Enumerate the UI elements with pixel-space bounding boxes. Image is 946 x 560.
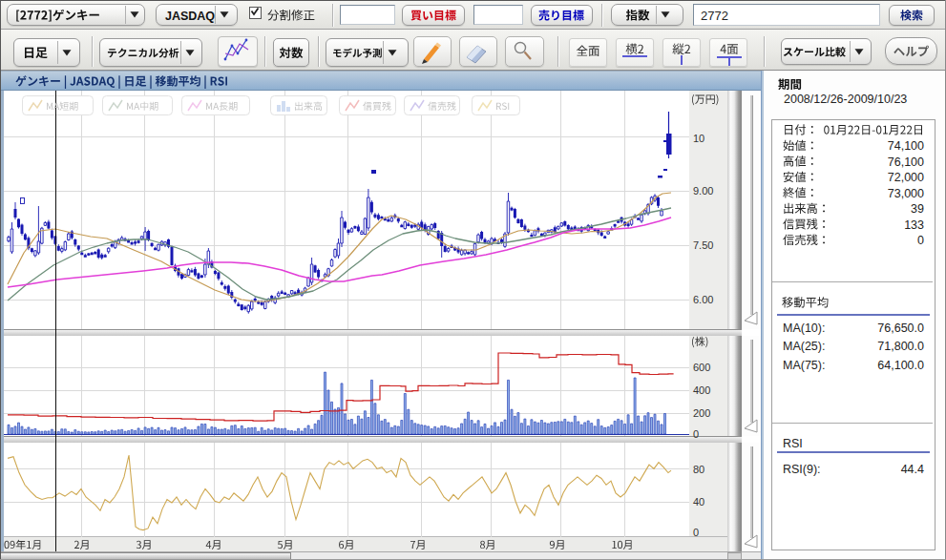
svg-text:74,100: 74,100 [888, 139, 924, 153]
svg-text:200: 200 [693, 407, 710, 419]
svg-text:39: 39 [911, 202, 924, 216]
svg-text:0: 0 [917, 234, 924, 247]
svg-text:76,100: 76,100 [888, 156, 924, 169]
svg-text:44.4: 44.4 [901, 463, 924, 476]
svg-text:40: 40 [693, 496, 704, 508]
svg-text:0: 0 [693, 527, 699, 538]
svg-text:10: 10 [693, 133, 704, 144]
svg-text:9.00: 9.00 [693, 185, 713, 197]
svg-text:RSI(9):: RSI(9): [783, 463, 821, 476]
svg-text:MA(75):: MA(75): [783, 359, 825, 372]
svg-text:80: 80 [693, 464, 704, 475]
svg-text:MA(10):: MA(10): [783, 321, 825, 335]
svg-text:7.50: 7.50 [693, 239, 713, 251]
svg-text:MA(25):: MA(25): [783, 340, 825, 353]
svg-text:0: 0 [693, 428, 699, 440]
svg-text:2008/12/26-2009/10/23: 2008/12/26-2009/10/23 [784, 93, 907, 106]
svg-text:76,650.0: 76,650.0 [877, 321, 924, 335]
svg-text:RSI: RSI [783, 437, 803, 450]
svg-text:64,100.0: 64,100.0 [877, 359, 924, 372]
svg-text:400: 400 [693, 384, 710, 396]
svg-text:73,000: 73,000 [888, 187, 924, 200]
svg-text:600: 600 [693, 362, 710, 373]
svg-text:JASDAQ: JASDAQ [165, 10, 215, 23]
svg-text:2772: 2772 [701, 9, 728, 23]
svg-text:6.00: 6.00 [693, 294, 713, 305]
svg-text:71,800.0: 71,800.0 [877, 340, 924, 353]
svg-text:133: 133 [904, 218, 924, 232]
svg-text:72,000: 72,000 [888, 171, 924, 184]
